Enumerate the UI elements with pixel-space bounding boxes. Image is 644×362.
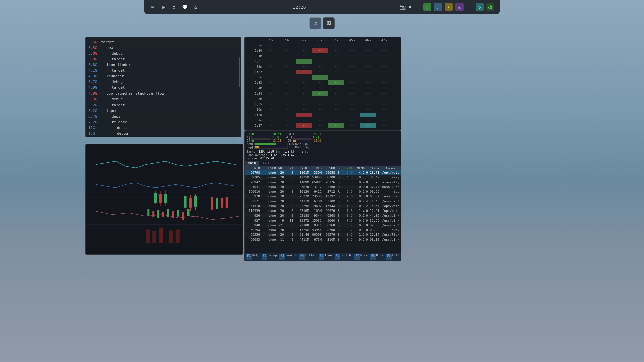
power-icon[interactable]: ⏻ [486, 3, 494, 11]
mem-cell: 0.1 [353, 189, 365, 194]
scrollbar[interactable] [239, 57, 240, 87]
pri-cell: 20 [276, 170, 284, 175]
chat-icon[interactable]: 💬 [182, 4, 188, 10]
shr-cell: 38700 [322, 228, 335, 232]
table-row[interactable]: 110559 okno 20 0 2716M 105M 66976 S 1.3 … [245, 208, 401, 213]
virt-cell: 21.4G [293, 232, 309, 237]
pri-cell: 20 [276, 175, 284, 180]
table-row[interactable]: 60683 okno -11 0 4411M 673M 310M S 0.7 9… [245, 237, 401, 242]
term-size: 3.8G [88, 56, 99, 62]
user-cell: okno [260, 213, 276, 218]
wifi-icon[interactable]: ⇅ [423, 3, 431, 11]
htop-tabs: Main I/O [245, 161, 401, 166]
footer-key: F2 [262, 254, 268, 260]
table-row[interactable]: 85978 okno 20 0 2522M 23536 12792 S 2.0 … [245, 194, 401, 199]
cpu-cell: 5.9 [340, 170, 353, 175]
window-switcher: 🖥 🖼 [309, 17, 335, 29]
term-size: 7.2G [88, 119, 99, 125]
s-cell: S [335, 213, 340, 218]
hm-cell: ··· [328, 107, 344, 112]
table-row[interactable]: 59556 okno 20 0 21.4G 90568 60576 S 0.7 … [245, 232, 401, 237]
footer-label: Nice - [360, 254, 368, 260]
pid-cell: 166610 [246, 189, 260, 194]
brightness-icon[interactable]: ☀ [445, 3, 453, 11]
svg-rect-37 [187, 209, 190, 216]
cpu-bar-1: 1[1.3] [247, 136, 280, 139]
time-cell: 0:18.75 [365, 180, 379, 185]
term-row: 3.5G target [88, 39, 238, 45]
refresh-icon[interactable]: ↻ [476, 3, 484, 11]
shr-cell: 12792 [322, 194, 335, 199]
table-row[interactable]: 166610 okno 20 0 10120 6412 3712 R 2.6 0… [245, 189, 401, 194]
table-row[interactable]: 61518 okno 20 0 329M 19692 17544 S 1.3 0… [245, 204, 401, 208]
footer-label: Nice + [376, 254, 383, 260]
s-cell: S [335, 180, 340, 185]
ni-cell: 0 [284, 189, 293, 194]
footer-key: F9 [386, 254, 392, 260]
table-row[interactable]: 91031 okno 20 0 7820 3712 3368 S 3.3 0.0… [245, 185, 401, 189]
hm-cell: ··· [376, 113, 392, 117]
monitor-icon[interactable]: ⚗ [171, 4, 177, 10]
win-btn-image[interactable]: 🖼 [323, 17, 335, 29]
table-row[interactable]: 60798 okno 20 0 3161M 330M 69088 S 5.9 4… [245, 170, 401, 175]
table-row[interactable]: 927 okno 9 -11 35872 15032 5060 S 0.7 0.… [245, 218, 401, 223]
hm-row: 1;32························ [247, 69, 399, 75]
footer-f7[interactable]: F7Nice - [353, 253, 369, 261]
col-pid-header: PID [246, 166, 260, 170]
footer-f5[interactable]: F5Tree [317, 253, 333, 261]
footer-f4[interactable]: F4Filter [298, 253, 317, 261]
footer-f2[interactable]: F2Setup [261, 253, 278, 261]
table-row[interactable]: 940 okno -21 0 92188 9344 6368 S 0.7 0.1… [245, 223, 401, 228]
hm-cell: ··· [263, 91, 279, 96]
tab-main[interactable]: Main [245, 161, 259, 166]
hm-cell: ··· [328, 54, 344, 58]
cmd-cell: /usr/lib/ [379, 232, 399, 237]
footer-f6[interactable]: F6SortBy [333, 253, 353, 261]
footer-key: F6 [335, 254, 340, 260]
virt-cell: 92188 [293, 223, 309, 228]
hm-cell: ··· [344, 43, 360, 48]
footer-f9[interactable]: F9Kill [385, 253, 401, 261]
ni-cell: 0 [284, 228, 293, 232]
volume-icon[interactable]: ♪ [434, 3, 442, 11]
footer-key: F5 [319, 254, 324, 260]
ni-cell: 0 [284, 170, 293, 175]
shr-cell: 310M [322, 237, 335, 242]
svg-rect-31 [157, 210, 159, 218]
tasks-info: Tasks: 120, 1029 thr 170 kthr; 2 ru [247, 150, 399, 153]
footer-key: F3 [279, 254, 285, 260]
user-cell: okno [260, 180, 276, 185]
virt-cell: 1725M [293, 175, 309, 180]
hm-time: 32m [247, 65, 263, 68]
footer-f1[interactable]: F1Help [245, 253, 261, 261]
table-row[interactable]: 59285 okno 20 0 1725M 53956 38700 S 4.0 … [245, 175, 401, 180]
svg-rect-35 [177, 210, 179, 217]
hm-cell: ··· [279, 64, 296, 69]
table-row[interactable]: 926 okno 20 0 92188 9344 6368 S 0.7 0.1 … [245, 213, 401, 218]
hm-cell: ··· [376, 48, 392, 53]
footer-f8[interactable]: F8Nice + [369, 253, 385, 261]
tab-io[interactable]: I/O [259, 161, 272, 166]
message-icon[interactable]: ✉ [455, 3, 464, 11]
mem-cell: 0.1 [353, 223, 365, 228]
home-icon[interactable]: ⌂ [193, 4, 199, 10]
cmd-cell: /usr/bin/ [379, 213, 399, 218]
terminal-icon[interactable]: ⌨ [150, 4, 156, 10]
camera-icon[interactable]: 📷 [400, 4, 406, 10]
hm-cell: ··· [360, 54, 376, 58]
table-row[interactable]: 60571 okno 20 0 4411M 673M 310M S 1.3 9.… [245, 199, 401, 204]
cmd-cell: /usr/bin/ [379, 237, 399, 242]
search-icon[interactable]: ◉ [160, 4, 166, 10]
hm-row: 1;35························ [247, 102, 399, 107]
win-btn-monitor[interactable]: 🖥 [309, 17, 321, 29]
hm-cell: ··· [376, 70, 392, 74]
term-size: 4.9G [88, 90, 99, 96]
term-size: 3.8G [88, 51, 99, 56]
footer-f3[interactable]: F3Search [278, 253, 298, 261]
table-row[interactable]: 59294 okno 20 0 1725M 53956 38700 S 0.7 … [245, 228, 401, 232]
footer-f10[interactable]: F10Quit [401, 253, 401, 261]
table-row[interactable]: 90942 okno 20 0 1409M 65884 28176 S 3.3 … [245, 180, 401, 185]
res-cell: 9344 [309, 223, 322, 228]
svg-rect-33 [167, 209, 169, 217]
term-size: 4.9G [88, 85, 99, 90]
